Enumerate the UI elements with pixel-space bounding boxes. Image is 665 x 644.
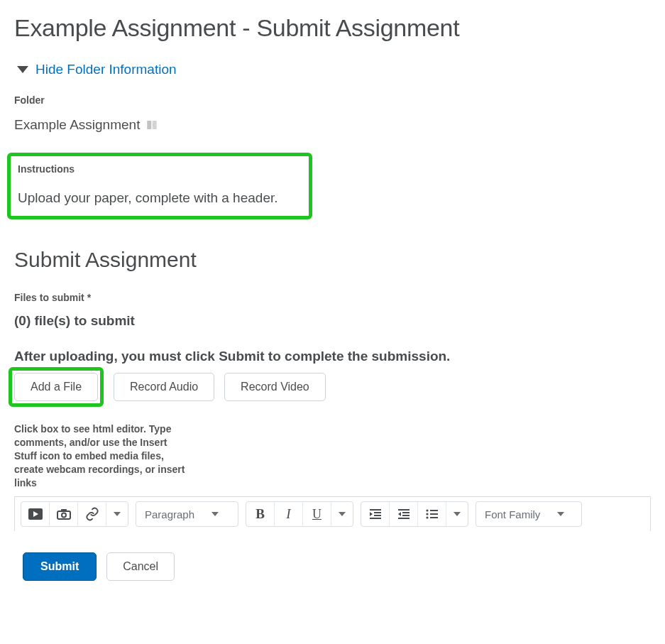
comments-editor-hint: Click box to see html editor. Type comme… [14, 422, 192, 489]
instructions-label: Instructions [18, 163, 302, 175]
chevron-down-icon [557, 512, 564, 516]
svg-marker-11 [370, 512, 373, 516]
insert-more-dropdown[interactable] [106, 502, 128, 526]
svg-point-17 [426, 510, 428, 512]
submit-assignment-heading: Submit Assignment [14, 248, 651, 272]
paragraph-format-select[interactable]: Paragraph [136, 501, 238, 527]
hide-folder-label: Hide Folder Information [35, 62, 177, 77]
indent-button[interactable] [361, 502, 390, 526]
svg-rect-0 [148, 121, 152, 129]
text-format-more-dropdown[interactable] [331, 502, 353, 526]
folder-name: Example Assignment [14, 117, 140, 133]
files-count: (0) file(s) to submit [14, 313, 651, 329]
svg-point-19 [426, 517, 428, 519]
list-button[interactable] [418, 502, 446, 526]
svg-rect-1 [153, 121, 157, 129]
outdent-button[interactable] [390, 502, 418, 526]
page-title: Example Assignment - Submit Assignment [14, 14, 651, 42]
add-file-highlight: Add a File [9, 367, 104, 407]
italic-button[interactable]: I [275, 502, 303, 526]
underline-button[interactable]: U [303, 502, 331, 526]
font-family-select[interactable]: Font Family [476, 501, 582, 527]
add-file-button[interactable]: Add a File [14, 373, 98, 401]
font-family-label: Font Family [485, 508, 540, 520]
disclosure-triangle-icon [17, 66, 28, 73]
insert-stuff-button[interactable] [21, 502, 50, 526]
record-audio-button[interactable]: Record Audio [114, 373, 214, 401]
paragraph-format-label: Paragraph [145, 508, 194, 520]
svg-point-18 [426, 513, 428, 515]
originality-check-icon [145, 119, 158, 131]
svg-rect-6 [61, 509, 67, 512]
cancel-button[interactable]: Cancel [106, 552, 175, 581]
editor-toolbar: Paragraph B I U Font Family [14, 496, 651, 531]
instructions-text: Upload your paper, complete with a heade… [18, 190, 302, 206]
svg-marker-16 [398, 512, 401, 516]
record-video-button[interactable]: Record Video [224, 373, 326, 401]
bold-button[interactable]: B [246, 502, 275, 526]
upload-hint: After uploading, you must click Submit t… [14, 349, 651, 364]
svg-point-5 [62, 513, 66, 518]
insert-image-button[interactable] [50, 502, 78, 526]
instructions-highlight: Instructions Upload your paper, complete… [7, 153, 312, 219]
files-to-submit-label: Files to submit * [14, 292, 651, 303]
insert-link-button[interactable] [78, 502, 106, 526]
hide-folder-toggle[interactable]: Hide Folder Information [14, 62, 651, 77]
chevron-down-icon [211, 512, 219, 516]
folder-label: Folder [14, 94, 651, 106]
submit-button[interactable]: Submit [23, 552, 97, 581]
list-more-dropdown[interactable] [446, 502, 468, 526]
